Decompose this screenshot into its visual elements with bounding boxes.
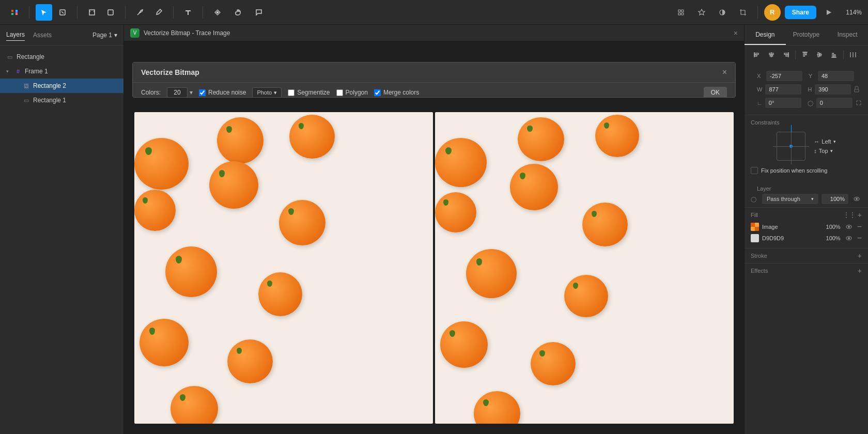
- filter-icon[interactable]: ▾: [190, 89, 193, 96]
- orange-left-5: [134, 190, 176, 231]
- constrain-proportions-button[interactable]: [854, 85, 859, 94]
- hand-tool-button[interactable]: [230, 4, 246, 21]
- text-tool-button[interactable]: [180, 4, 196, 21]
- component-tool-button[interactable]: [209, 4, 226, 21]
- orange-left-4: [209, 161, 258, 209]
- align-sep1: [795, 50, 796, 59]
- layer-tree: ▭ Rectangle ▾ # Frame 1 🖼 Rectangle 2 ▭ …: [0, 45, 123, 434]
- align-top-button[interactable]: [799, 49, 811, 61]
- remove-fill-color-button[interactable]: −: [857, 234, 862, 243]
- svg-rect-24: [784, 53, 788, 55]
- present-button[interactable]: [820, 4, 837, 21]
- canvas-images: [124, 102, 744, 434]
- independent-corners-button[interactable]: [856, 98, 862, 107]
- fill-opacity-image[interactable]: 100%: [826, 224, 841, 230]
- opacity-input[interactable]: [822, 194, 848, 204]
- svg-rect-2: [11, 13, 13, 15]
- vectorize-modal: Vectorize Bitmap × Colors: 20 ▾ Reduce n…: [132, 62, 736, 98]
- polygon-checkbox[interactable]: Polygon: [336, 89, 368, 96]
- fill-opacity-color[interactable]: 100%: [826, 235, 841, 241]
- layer-item-frame1[interactable]: ▾ # Frame 1: [0, 64, 123, 79]
- fill-color-visibility[interactable]: [844, 236, 854, 241]
- blend-mode-selector[interactable]: Pass through ▾: [762, 194, 818, 204]
- merge-colors-checkbox[interactable]: Merge colors: [374, 89, 419, 96]
- page-selector[interactable]: Page 1 ▾: [92, 32, 117, 39]
- tab-inspect[interactable]: Inspect: [827, 25, 868, 45]
- align-center-h-button[interactable]: [765, 49, 778, 61]
- y-input[interactable]: [818, 71, 854, 81]
- comment-tool-button[interactable]: [251, 4, 267, 21]
- user-avatar[interactable]: R: [764, 4, 781, 21]
- angle-radius-row: ∟ ◯: [751, 96, 862, 110]
- reduce-noise-checkbox[interactable]: Reduce noise: [199, 89, 246, 96]
- tab-layers[interactable]: Layers: [6, 29, 25, 41]
- align-center-v-button[interactable]: [813, 49, 826, 61]
- layer-row: ◯ Pass through ▾: [751, 194, 862, 204]
- layer-item-rectangle1[interactable]: ▭ Rectangle 1: [0, 93, 123, 107]
- add-stroke-button[interactable]: +: [858, 252, 862, 260]
- frame-tool-button[interactable]: [84, 4, 100, 21]
- swatch-q3: [751, 227, 755, 231]
- left-panel: Layers Assets Page 1 ▾ ▭ Rectangle ▾ # F…: [0, 25, 124, 434]
- color-count-value[interactable]: 20: [167, 87, 188, 98]
- scale-tool-button[interactable]: [54, 4, 71, 21]
- pen-tool-button[interactable]: [132, 4, 148, 21]
- sep3: [125, 6, 126, 19]
- angle-input[interactable]: [765, 98, 801, 108]
- align-right-button[interactable]: [780, 49, 792, 61]
- remove-fill-image-button[interactable]: −: [857, 222, 862, 231]
- modal-close-button[interactable]: ×: [722, 68, 727, 77]
- layer-item-rectangle2[interactable]: 🖼 Rectangle 2: [0, 79, 123, 93]
- reduce-noise-input[interactable]: [199, 89, 206, 96]
- tab-design[interactable]: Design: [745, 25, 786, 45]
- fill-color-swatch[interactable]: [751, 234, 759, 242]
- x-input[interactable]: [766, 71, 802, 81]
- segmentize-input[interactable]: [288, 89, 295, 96]
- orange-right-8: [564, 275, 608, 317]
- distribute-button[interactable]: [847, 49, 859, 61]
- merge-colors-input[interactable]: [374, 89, 381, 96]
- fix-position-label: Fix position when scrolling: [761, 167, 827, 174]
- effects-section: Effects +: [745, 264, 868, 278]
- photo-dropdown[interactable]: Photo ▾: [252, 87, 282, 98]
- horizontal-constraint[interactable]: ↔ Left ▾: [814, 138, 835, 145]
- w-input[interactable]: [765, 84, 801, 95]
- layer-item-rectangle-root[interactable]: ▭ Rectangle: [0, 50, 123, 64]
- tab-assets[interactable]: Assets: [33, 29, 52, 41]
- layer-visibility-button[interactable]: [851, 196, 862, 202]
- color-count-group: 20 ▾: [167, 87, 193, 98]
- contrast-button[interactable]: [714, 4, 731, 21]
- crop-button[interactable]: [735, 4, 751, 21]
- shape-tool-button[interactable]: [102, 4, 119, 21]
- alignment-row: [745, 45, 868, 64]
- ok-button[interactable]: OK: [704, 87, 727, 98]
- sep6: [757, 6, 758, 19]
- tab-prototype[interactable]: Prototype: [786, 25, 827, 45]
- fill-image-visibility[interactable]: [844, 224, 854, 229]
- add-effect-button[interactable]: +: [858, 267, 862, 275]
- svg-point-44: [848, 238, 849, 239]
- menu-button[interactable]: [6, 4, 23, 21]
- vertical-constraint[interactable]: ↕ Top ▾: [814, 148, 835, 154]
- orange-left-2: [134, 138, 189, 190]
- share-button[interactable]: Share: [785, 6, 816, 19]
- fill-image-swatch[interactable]: [751, 223, 759, 231]
- blend-icon: ◯: [751, 196, 759, 202]
- align-bottom-button[interactable]: [828, 49, 840, 61]
- plugin-button[interactable]: [693, 4, 710, 21]
- dialog-header-close[interactable]: ×: [734, 29, 738, 37]
- segmentize-checkbox[interactable]: Segmentize: [288, 89, 330, 96]
- align-left-button[interactable]: [751, 49, 763, 61]
- pencil-tool-button[interactable]: [150, 4, 167, 21]
- h-input[interactable]: [815, 84, 851, 95]
- radius-input[interactable]: [816, 98, 853, 108]
- add-fill-button[interactable]: +: [858, 211, 862, 219]
- effects-title: Effects: [751, 268, 858, 274]
- photo-label: Photo: [257, 89, 272, 96]
- component-set-button[interactable]: [673, 4, 689, 21]
- polygon-input[interactable]: [336, 89, 343, 96]
- fill-style-button[interactable]: ⋮⋮: [843, 211, 856, 219]
- zoom-level[interactable]: 114%: [841, 9, 862, 16]
- select-tool-button[interactable]: [36, 4, 52, 21]
- fix-position-checkbox[interactable]: [751, 167, 758, 174]
